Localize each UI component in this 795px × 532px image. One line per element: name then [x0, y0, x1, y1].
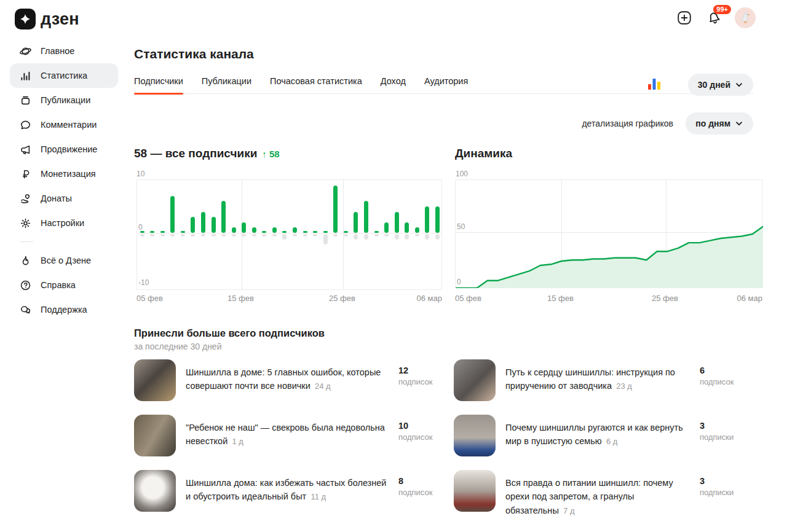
post-age: 6 д — [602, 437, 618, 446]
sidebar-item-support[interactable]: Поддержка — [10, 297, 118, 322]
sidebar-item-promotion[interactable]: Продвижение — [10, 137, 118, 162]
post-title: Путь к сердцу шиншиллы: инструкция по пр… — [505, 359, 690, 401]
post-title: Шиншилла в доме: 5 главных ошибок, котор… — [186, 359, 389, 401]
bar-unsubscriptions-day-30 — [435, 234, 440, 240]
top-posts-title: Принесли больше всего подписчиков — [134, 327, 325, 339]
megaphone-icon — [18, 143, 32, 156]
bar-subscriptions-day-29 — [425, 206, 429, 233]
tab-subscribers[interactable]: Подписчики — [134, 74, 183, 93]
notification-badge: 99+ — [713, 5, 731, 14]
post-subscriber-count: 8подписок — [398, 470, 440, 512]
post-subscriber-count: 12подписок — [398, 359, 440, 401]
sidebar-item-donations[interactable]: Донаты — [10, 186, 118, 211]
bar-subscriptions-day-14 — [272, 227, 277, 233]
yandex-metrica-icon[interactable] — [648, 78, 661, 90]
bar-subscriptions-day-8 — [212, 217, 216, 233]
bar-subscriptions-day-9 — [221, 201, 226, 233]
tab-hourly[interactable]: Почасовая статистика — [270, 74, 362, 93]
gear-icon — [18, 216, 32, 230]
support-icon — [18, 303, 32, 316]
sidebar-item-label: Монетизация — [41, 169, 96, 179]
bar-unsubscriptions-day-12 — [252, 234, 256, 237]
avatar[interactable] — [735, 7, 756, 28]
post-age: 23 д — [612, 381, 632, 391]
ruble-icon — [18, 167, 32, 181]
bar-subscriptions-day-16 — [293, 227, 297, 233]
bar-ytick-neg10: -10 — [138, 278, 149, 287]
bar-unsubscriptions-day-20 — [333, 234, 338, 237]
bar-subscriptions-day-13 — [262, 231, 266, 233]
subscribers-bar-chart[interactable]: 0 -10 — [136, 179, 442, 290]
bar-unsubscriptions-day-1 — [140, 234, 144, 237]
tab-audience[interactable]: Аудитория — [424, 74, 468, 93]
period-dropdown[interactable]: 30 дней — [688, 74, 753, 96]
post-subscriber-count: 6подписок — [700, 359, 753, 401]
subscribers-chart-title: 58 — все подписчики↑ 58 — [134, 147, 280, 160]
bar-subscriptions-day-22 — [354, 212, 358, 233]
detail-dropdown[interactable]: по дням — [686, 112, 753, 135]
sidebar-item-settings[interactable]: Настройки — [10, 211, 118, 235]
zen-logo[interactable]: дзен — [15, 9, 79, 29]
bar-unsubscriptions-day-17 — [303, 234, 307, 237]
post-age: 1 д — [227, 437, 243, 446]
x-tick-label: 06 мар — [417, 294, 442, 303]
sidebar-item-help[interactable]: Справка — [10, 273, 118, 297]
x-tick-label: 15 фев — [227, 294, 254, 303]
top-posts-subtitle: за последние 30 дней — [134, 342, 221, 351]
logo-text: дзен — [41, 10, 79, 29]
bar-subscriptions-day-26 — [395, 212, 399, 233]
chevron-down-icon — [735, 119, 743, 128]
bar-unsubscriptions-day-25 — [384, 234, 389, 237]
sidebar-item-publications[interactable]: Публикации — [10, 88, 118, 112]
top-post-row[interactable]: Вся правда о питании шиншилл: почему оре… — [454, 470, 753, 517]
post-age: 11 д — [306, 492, 326, 501]
publications-icon — [18, 93, 32, 107]
two-women-movie-still — [134, 415, 176, 456]
notifications-bell-icon[interactable]: 99+ — [705, 9, 722, 26]
sidebar-item-home[interactable]: Главное — [10, 39, 118, 63]
post-subscriber-count: 10подписок — [398, 415, 440, 456]
bar-subscriptions-day-11 — [242, 222, 246, 233]
sidebar-item-monetization[interactable]: Монетизация — [10, 162, 118, 186]
period-value: 30 дней — [698, 80, 730, 90]
sidebar-item-label: Статистика — [41, 71, 87, 80]
top-post-row[interactable]: Шиншилла в доме: 5 главных ошибок, котор… — [134, 359, 440, 401]
sidebar-item-label: Комментарии — [41, 120, 97, 130]
bar-unsubscriptions-day-24 — [374, 234, 379, 237]
bar-subscriptions-day-25 — [384, 222, 389, 233]
bar-unsubscriptions-day-2 — [150, 234, 154, 237]
x-tick-label: 15 фев — [547, 294, 574, 303]
tab-publications[interactable]: Публикации — [202, 74, 251, 93]
top-post-row[interactable]: Почему шиншиллы ругаются и как вернуть м… — [454, 415, 753, 456]
sidebar-item-label: Всё о Дзене — [41, 256, 91, 265]
bar-unsubscriptions-day-6 — [191, 234, 195, 237]
bar-subscriptions-day-27 — [405, 222, 409, 233]
bar-unsubscriptions-day-18 — [313, 234, 317, 237]
page-title: Статистика канала — [134, 47, 254, 61]
x-tick-label: 25 фев — [652, 294, 678, 303]
bar-subscriptions-day-10 — [232, 227, 236, 233]
bar-subscriptions-day-7 — [201, 212, 205, 233]
create-post-button[interactable] — [676, 9, 693, 26]
bar-subscriptions-day-6 — [191, 217, 195, 233]
top-post-row[interactable]: Путь к сердцу шиншиллы: инструкция по пр… — [454, 359, 753, 401]
bar-subscriptions-day-17 — [303, 231, 307, 233]
chinchillas-blue-bowl-photo — [454, 415, 496, 456]
sidebar-item-label: Продвижение — [41, 144, 97, 154]
top-posts-right-column: Путь к сердцу шиншиллы: инструкция по пр… — [454, 359, 753, 531]
chinchilla-eating-photo — [454, 470, 496, 512]
question-icon — [18, 278, 32, 292]
bar-subscriptions-day-2 — [150, 231, 154, 233]
top-post-row[interactable]: Шиншилла дома: как избежать частых болез… — [134, 470, 440, 512]
bar-subscriptions-day-20 — [333, 186, 338, 233]
bar-unsubscriptions-day-29 — [425, 234, 429, 240]
sidebar-item-statistics[interactable]: Статистика — [10, 63, 118, 88]
bar-chart-x-axis: 05 фев15 фев25 фев06 мар — [136, 294, 442, 303]
top-post-row[interactable]: "Ребенок не наш" — свекровь была недовол… — [134, 415, 440, 456]
subscribers-delta: ↑ 58 — [262, 149, 279, 159]
post-title: Шиншилла дома: как избежать частых болез… — [186, 470, 389, 512]
dynamics-area-chart[interactable]: 50 0 — [455, 179, 762, 288]
tab-income[interactable]: Доход — [381, 74, 406, 93]
sidebar-item-comments[interactable]: Комментарии — [10, 112, 118, 137]
sidebar-item-about-zen[interactable]: Всё о Дзене — [10, 248, 118, 273]
